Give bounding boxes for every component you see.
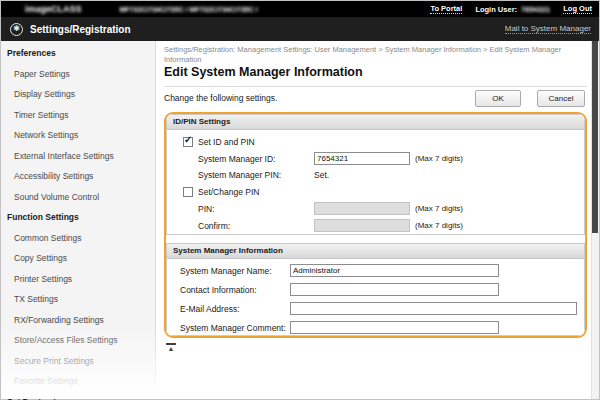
instruction-text: Change the following settings. [164,93,277,103]
pin-label: PIN: [198,204,314,214]
sidebar-item-sound-volume-control[interactable]: Sound Volume Control [1,187,155,208]
sidebar-item-external-interface-settings[interactable]: External Interface Settings [1,146,155,167]
system-manager-name-input[interactable] [290,264,499,277]
sidebar-header-set-destination: Set Destination [1,392,155,400]
login-user-value: 7654321 [521,5,550,14]
id-pin-settings-header: ID/PIN Settings [167,115,584,130]
settings-sidebar: Preferences Paper Settings Display Setti… [1,41,156,399]
ok-button[interactable]: OK [475,90,521,107]
system-manager-name-row: System Manager Name: [167,261,584,280]
sidebar-item-accessibility-settings[interactable]: Accessibility Settings [1,166,155,187]
sidebar-item-common-settings[interactable]: Common Settings [1,228,155,249]
page-section-title: Settings/Registration [30,24,131,35]
section-gap [166,235,585,243]
system-manager-name-label: System Manager Name: [180,266,290,276]
top-bar-links: To Portal Login User: 7654321 Log Out [430,4,592,14]
top-bar: imageCLASS MF732C/734C/735C / MF732C/734… [1,1,599,17]
set-id-and-pin-label: Set ID and PIN [198,137,255,147]
contact-information-row: Contact Information: [167,280,584,299]
sidebar-item-display-settings[interactable]: Display Settings [1,84,155,105]
sidebar-header-preferences: Preferences [1,43,155,64]
set-id-and-pin-row: ✓ Set ID and PIN [167,134,584,150]
system-manager-comment-label: System Manager Comment: [180,323,290,333]
back-to-top-icon: ▲ [166,345,176,352]
sidebar-item-printer-settings[interactable]: Printer Settings [1,269,155,290]
system-manager-comment-input[interactable] [290,321,499,334]
sidebar-header-function-settings: Function Settings [1,207,155,228]
confirm-pin-input [314,219,410,232]
scrollbar-thumb[interactable] [592,41,598,233]
confirm-hint: (Max 7 digits) [415,221,463,230]
set-change-pin-row: Set/Change PIN [167,184,584,200]
highlighted-settings-area: ID/PIN Settings ✓ Set ID and PIN System … [164,112,587,338]
back-to-top-button[interactable]: ▲ [166,343,176,352]
email-address-label: E-Mail Address: [180,304,290,314]
system-manager-information-header: System Manager Information [167,244,584,259]
asterisk-icon: ✱ [13,25,20,33]
vertical-scrollbar[interactable] [591,41,599,399]
controls-row: Change the following settings. OK Cancel [164,89,587,107]
email-address-row: E-Mail Address: [167,299,584,318]
system-manager-id-label: System Manager ID: [198,154,314,164]
pin-hint: (Max 7 digits) [415,204,463,213]
system-manager-id-input[interactable] [314,152,410,165]
login-user: Login User: 7654321 [475,5,550,14]
page-title: Edit System Manager Information [164,65,363,79]
contact-information-input[interactable] [290,283,499,296]
system-manager-pin-status: Set. [314,170,329,180]
system-manager-pin-label: System Manager PIN: [198,170,314,180]
contact-information-label: Contact Information: [180,285,290,295]
to-portal-link[interactable]: To Portal [430,4,462,14]
login-user-label: Login User: [475,5,517,14]
main-content: Settings/Registration: Management Settin… [157,41,591,399]
device-model-label: MF732C/734C/735C / MF732C/734C/735C / [120,6,258,13]
sidebar-item-tx-settings[interactable]: TX Settings [1,289,155,310]
system-manager-comment-row: System Manager Comment: [167,318,584,337]
sidebar-item-network-settings[interactable]: Network Settings [1,125,155,146]
breadcrumb: Settings/Registration: Management Settin… [164,45,584,65]
sidebar-item-favorite-settings[interactable]: Favorite Settings [1,371,155,392]
sidebar-item-rx-forwarding-settings[interactable]: RX/Forwarding Settings [1,310,155,331]
brand-logo: imageCLASS [25,4,82,14]
sidebar-item-secure-print-settings[interactable]: Secure Print Settings [1,351,155,372]
sidebar-item-paper-settings[interactable]: Paper Settings [1,64,155,85]
system-manager-pin-row: System Manager PIN: Set. [167,167,584,182]
email-address-input[interactable] [290,302,577,315]
remote-ui-window: imageCLASS MF732C/734C/735C / MF732C/734… [0,0,600,400]
pin-input [314,202,410,215]
system-manager-id-row: System Manager ID: (Max 7 digits) [167,150,584,167]
mail-to-system-manager-link[interactable]: Mail to System Manager [505,24,591,34]
set-change-pin-checkbox[interactable] [183,187,193,197]
set-id-and-pin-checkbox[interactable]: ✓ [183,137,193,147]
settings-registration-icon: ✱ [10,23,23,36]
checkmark-icon: ✓ [184,135,192,145]
title-divider [164,86,587,87]
log-out-link[interactable]: Log Out [563,4,592,14]
set-change-pin-label: Set/Change PIN [198,187,259,197]
system-manager-information-section: System Manager Information System Manage… [166,243,585,336]
pin-row: PIN: (Max 7 digits) [167,200,584,217]
confirm-label: Confirm: [198,221,314,231]
confirm-row: Confirm: (Max 7 digits) [167,217,584,234]
sidebar-item-store-access-files-settings[interactable]: Store/Access Files Settings [1,330,155,351]
system-manager-id-hint: (Max 7 digits) [415,154,463,163]
settings-registration-bar: ✱ Settings/Registration Mail to System M… [1,17,599,41]
id-pin-settings-section: ID/PIN Settings ✓ Set ID and PIN System … [166,114,585,235]
sidebar-item-timer-settings[interactable]: Timer Settings [1,105,155,126]
sidebar-item-copy-settings[interactable]: Copy Settings [1,248,155,269]
cancel-button[interactable]: Cancel [537,90,585,107]
